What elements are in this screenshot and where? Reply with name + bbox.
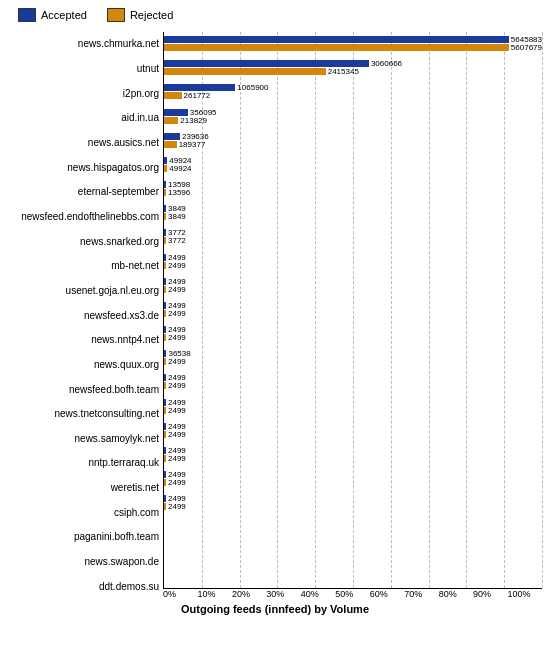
x-tick: 30% bbox=[266, 589, 300, 599]
y-label: news.swapon.de bbox=[8, 550, 159, 575]
bar-group: 38493849 bbox=[164, 201, 542, 225]
rejected-bar bbox=[164, 286, 166, 293]
x-tick: 100% bbox=[508, 589, 542, 599]
accepted-bar bbox=[164, 399, 166, 406]
legend-accepted-label: Accepted bbox=[41, 9, 87, 21]
accepted-bar bbox=[164, 157, 167, 164]
y-labels: news.chmurka.netutnuti2pn.orgaid.in.uane… bbox=[8, 32, 163, 599]
bar-group: 56458835607679 bbox=[164, 32, 542, 56]
y-label: csiph.com bbox=[8, 500, 159, 525]
rejected-bar-label: 2499 bbox=[168, 333, 186, 342]
bar-group bbox=[164, 564, 542, 588]
rejected-bar-row: 3849 bbox=[164, 213, 542, 220]
rejected-bar-row: 2499 bbox=[164, 503, 542, 510]
accepted-bar-row: 3060666 bbox=[164, 60, 542, 67]
rejected-bar-row: 2499 bbox=[164, 431, 542, 438]
y-label: news.chmurka.net bbox=[8, 32, 159, 57]
bar-group: 37723772 bbox=[164, 225, 542, 249]
rejected-bar bbox=[164, 503, 166, 510]
rejected-bar-label: 2499 bbox=[168, 285, 186, 294]
y-label: usenet.goja.nl.eu.org bbox=[8, 279, 159, 304]
y-label: news.samoylyk.net bbox=[8, 427, 159, 452]
y-label: weretis.net bbox=[8, 476, 159, 501]
rejected-bar bbox=[164, 334, 166, 341]
rejected-bar bbox=[164, 141, 177, 148]
bar-group: 365382499 bbox=[164, 346, 542, 370]
accepted-bar-row: 1065900 bbox=[164, 84, 542, 91]
x-tick: 80% bbox=[439, 589, 473, 599]
bar-group: 24992499 bbox=[164, 274, 542, 298]
rejected-bar-label: 3849 bbox=[168, 212, 186, 221]
chart-title: Outgoing feeds (innfeed) by Volume bbox=[8, 603, 542, 615]
rejected-bar-label: 261772 bbox=[184, 91, 211, 100]
bar-group bbox=[164, 540, 542, 564]
y-label: eternal-september bbox=[8, 180, 159, 205]
accepted-bar-row: 2499 bbox=[164, 374, 542, 381]
rejected-bar-row: 2415345 bbox=[164, 68, 542, 75]
rejected-bar bbox=[164, 382, 166, 389]
accepted-bar bbox=[164, 84, 235, 91]
bar-group: 24992499 bbox=[164, 322, 542, 346]
bar-group: 30606662415345 bbox=[164, 56, 542, 80]
rejected-bar-row bbox=[164, 576, 542, 583]
y-label: news.ausics.net bbox=[8, 131, 159, 156]
accepted-bar-row: 2499 bbox=[164, 423, 542, 430]
rejected-bar-row: 3772 bbox=[164, 237, 542, 244]
bar-group: 239636189377 bbox=[164, 129, 542, 153]
rejected-bar bbox=[164, 237, 166, 244]
rejected-bar bbox=[164, 92, 182, 99]
y-label: ddt.demos.su bbox=[8, 574, 159, 599]
rejected-bar-row bbox=[164, 552, 542, 559]
accepted-bar-row: 5645883 bbox=[164, 36, 542, 43]
accepted-bar bbox=[164, 181, 166, 188]
accepted-bar-row: 3772 bbox=[164, 229, 542, 236]
accepted-bar-row: 239636 bbox=[164, 133, 542, 140]
accepted-bar-row: 2499 bbox=[164, 326, 542, 333]
rejected-bar-label: 49924 bbox=[169, 164, 191, 173]
accepted-bar-row: 2499 bbox=[164, 399, 542, 406]
x-tick: 10% bbox=[197, 589, 231, 599]
chart-container: Accepted Rejected news.chmurka.netutnuti… bbox=[0, 0, 550, 655]
y-label: news.snarked.org bbox=[8, 229, 159, 254]
rejected-bar-label: 5607679 bbox=[511, 43, 542, 52]
rejected-bar-label: 2499 bbox=[168, 502, 186, 511]
rejected-bar-row: 2499 bbox=[164, 334, 542, 341]
rejected-bar-label: 189377 bbox=[179, 140, 206, 149]
rejected-bar-label: 2415345 bbox=[328, 67, 359, 76]
rejected-bar-row: 2499 bbox=[164, 479, 542, 486]
accepted-bar-row: 13598 bbox=[164, 181, 542, 188]
rejected-bar-row: 2499 bbox=[164, 358, 542, 365]
y-label: news.quux.org bbox=[8, 353, 159, 378]
rejected-bar-row: 5607679 bbox=[164, 44, 542, 51]
y-label: paganini.bofh.team bbox=[8, 525, 159, 550]
y-label: newsfeed.bofh.team bbox=[8, 377, 159, 402]
chart-area: news.chmurka.netutnuti2pn.orgaid.in.uane… bbox=[8, 32, 542, 599]
rejected-bar bbox=[164, 479, 166, 486]
bar-group: 24992499 bbox=[164, 467, 542, 491]
accepted-bar bbox=[164, 109, 188, 116]
rejected-bar bbox=[164, 213, 166, 220]
rejected-bar-row: 2499 bbox=[164, 262, 542, 269]
accepted-bar-row: 356095 bbox=[164, 109, 542, 116]
bar-group bbox=[164, 515, 542, 539]
bar-group: 24992499 bbox=[164, 250, 542, 274]
y-label: news.hispagatos.org bbox=[8, 155, 159, 180]
accepted-bar-row bbox=[164, 544, 542, 551]
x-tick: 20% bbox=[232, 589, 266, 599]
rejected-bar-row: 49924 bbox=[164, 165, 542, 172]
accepted-bar-row: 49924 bbox=[164, 157, 542, 164]
rejected-bar-label: 2499 bbox=[168, 430, 186, 439]
bar-group: 1359813596 bbox=[164, 177, 542, 201]
x-tick: 0% bbox=[163, 589, 197, 599]
bar-group: 24992499 bbox=[164, 443, 542, 467]
accepted-bar-row bbox=[164, 568, 542, 575]
accepted-bar-row: 2499 bbox=[164, 302, 542, 309]
rejected-bar-row: 213829 bbox=[164, 117, 542, 124]
x-tick: 60% bbox=[370, 589, 404, 599]
accepted-bar-row: 36538 bbox=[164, 350, 542, 357]
accepted-bar bbox=[164, 326, 166, 333]
bar-group: 24992499 bbox=[164, 419, 542, 443]
y-label: news.tnetconsulting.net bbox=[8, 402, 159, 427]
rejected-bar bbox=[164, 189, 166, 196]
rejected-bar bbox=[164, 358, 166, 365]
